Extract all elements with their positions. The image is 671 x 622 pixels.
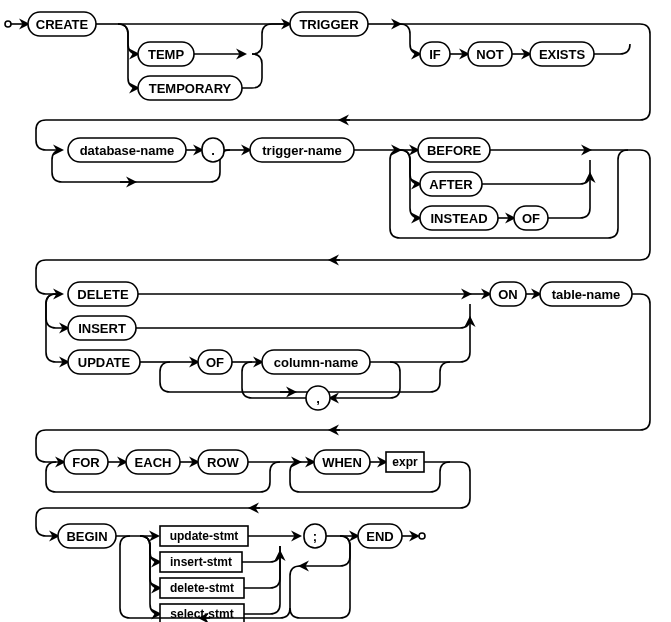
token-delete: DELETE bbox=[77, 287, 129, 302]
token-update-stmt: update-stmt bbox=[170, 529, 239, 543]
token-dot: . bbox=[211, 143, 215, 158]
token-table-name: table-name bbox=[552, 287, 621, 302]
token-column-name: column-name bbox=[274, 355, 359, 370]
token-end: END bbox=[366, 529, 393, 544]
token-insert-stmt: insert-stmt bbox=[170, 555, 232, 569]
token-update: UPDATE bbox=[78, 355, 131, 370]
token-select-stmt: select-stmt bbox=[170, 607, 233, 621]
token-trigger-name: trigger-name bbox=[262, 143, 341, 158]
token-semicolon: ; bbox=[313, 529, 317, 544]
token-temp: TEMP bbox=[148, 47, 184, 62]
token-comma: , bbox=[316, 391, 320, 406]
token-temporary: TEMPORARY bbox=[149, 81, 232, 96]
svg-point-0 bbox=[5, 21, 11, 27]
token-row: ROW bbox=[207, 455, 240, 470]
token-when: WHEN bbox=[322, 455, 362, 470]
token-expr: expr bbox=[392, 455, 418, 469]
token-of: OF bbox=[522, 211, 540, 226]
token-exists: EXISTS bbox=[539, 47, 586, 62]
token-database-name: database-name bbox=[80, 143, 175, 158]
token-for: FOR bbox=[72, 455, 100, 470]
token-before: BEFORE bbox=[427, 143, 482, 158]
railroad-diagram: CREATE TEMP TEMPORARY TRIGGER IF NOT EXI… bbox=[0, 0, 671, 622]
svg-point-35 bbox=[419, 533, 425, 539]
token-after: AFTER bbox=[429, 177, 473, 192]
token-of2: OF bbox=[206, 355, 224, 370]
token-each: EACH bbox=[135, 455, 172, 470]
token-not: NOT bbox=[476, 47, 504, 62]
token-on: ON bbox=[498, 287, 518, 302]
token-trigger: TRIGGER bbox=[299, 17, 359, 32]
token-insert: INSERT bbox=[78, 321, 126, 336]
token-if: IF bbox=[429, 47, 441, 62]
token-begin: BEGIN bbox=[66, 529, 107, 544]
token-instead: INSTEAD bbox=[430, 211, 487, 226]
token-delete-stmt: delete-stmt bbox=[170, 581, 234, 595]
token-create: CREATE bbox=[36, 17, 89, 32]
